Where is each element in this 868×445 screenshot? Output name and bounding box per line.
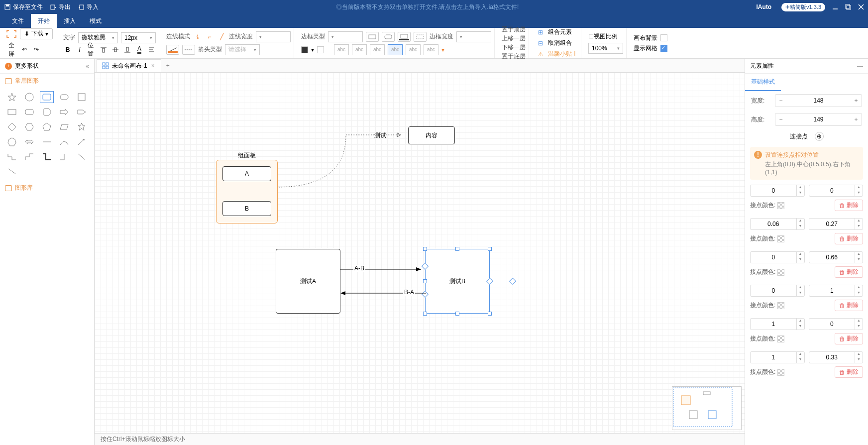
- text-align-button[interactable]: [147, 45, 156, 54]
- add-shapes-icon[interactable]: +: [5, 63, 12, 70]
- shape-arrow-right[interactable]: [57, 106, 71, 118]
- delete-conn-button[interactable]: 🗑删除: [835, 366, 863, 378]
- canvas-bg-swatch[interactable]: [660, 34, 667, 41]
- conn-y-input[interactable]: 0.66▲▼: [809, 251, 864, 263]
- node-a[interactable]: A: [222, 166, 271, 181]
- shape-step3[interactable]: [40, 151, 54, 163]
- border-straight-icon[interactable]: [366, 32, 379, 42]
- add-conn-point[interactable]: ⊕: [815, 132, 824, 141]
- align-top-icon[interactable]: [99, 45, 108, 54]
- delete-conn-button[interactable]: 🗑删除: [835, 233, 863, 244]
- stroke-color-swatch[interactable]: [317, 46, 324, 53]
- line-curve-icon[interactable]: ⤹: [193, 32, 202, 41]
- show-grid-checkbox[interactable]: [660, 45, 667, 52]
- shape-rect-round[interactable]: [40, 91, 54, 103]
- shape-arrow-right2[interactable]: [75, 106, 89, 118]
- fill-color-swatch[interactable]: [301, 46, 308, 53]
- shape-octagon[interactable]: [40, 106, 54, 118]
- italic-button[interactable]: I: [75, 45, 84, 54]
- minimap[interactable]: [672, 386, 742, 430]
- menu-insert[interactable]: 插入: [57, 14, 83, 28]
- shape-square[interactable]: [75, 91, 89, 103]
- shape-diamond[interactable]: [5, 121, 19, 133]
- line-straight-icon[interactable]: ╱: [217, 32, 226, 41]
- conn-y-input[interactable]: 1▲▼: [809, 285, 864, 297]
- conn-x-input[interactable]: 0.06▲▼: [750, 218, 805, 230]
- fullscreen-button[interactable]: [6, 29, 17, 38]
- conn-color-swatch[interactable]: [777, 202, 784, 209]
- canvas-tab[interactable]: 未命名画布-1 ×: [97, 59, 161, 72]
- layer-up[interactable]: 上移一层: [502, 34, 526, 43]
- text-pos-5[interactable]: abc: [406, 44, 421, 55]
- import-button[interactable]: 导入: [78, 3, 99, 11]
- shape-double-arrow[interactable]: [22, 136, 36, 148]
- line-color-button[interactable]: [166, 45, 179, 55]
- border-dash-icon[interactable]: [414, 32, 427, 42]
- group-icon[interactable]: ⊞: [536, 28, 545, 37]
- border-round-icon[interactable]: [382, 32, 395, 42]
- node-content[interactable]: 内容: [408, 126, 455, 144]
- layer-top[interactable]: 置于顶层: [502, 25, 526, 34]
- shape-line-diag[interactable]: [75, 151, 89, 163]
- fontsize-select[interactable]: 12px▾: [121, 32, 156, 43]
- save-to-file-button[interactable]: 保存至文件: [4, 3, 43, 11]
- menu-mode[interactable]: 模式: [83, 14, 108, 28]
- delete-conn-button[interactable]: 🗑删除: [835, 200, 863, 211]
- shape-step4[interactable]: [57, 151, 71, 163]
- line-poly-icon[interactable]: ⌐: [205, 32, 214, 41]
- conn-x-input[interactable]: 0▲▼: [750, 285, 805, 297]
- view-scale-label[interactable]: ☐视图比例: [588, 32, 618, 41]
- shape-hexagon[interactable]: [22, 121, 36, 133]
- tips-button[interactable]: 温馨小贴士: [548, 50, 578, 58]
- conn-x-input[interactable]: 1▲▼: [750, 318, 805, 330]
- ungroup-button[interactable]: 取消组合: [548, 39, 572, 47]
- shape-parallelogram[interactable]: [57, 121, 71, 133]
- line-width-select[interactable]: ▾: [256, 31, 291, 42]
- border-color-icon[interactable]: [398, 32, 411, 42]
- shape-step2[interactable]: [22, 151, 36, 163]
- undo-button[interactable]: ↶: [20, 45, 29, 54]
- scale-select[interactable]: 100%▾: [588, 43, 623, 54]
- shape-line-h[interactable]: [40, 136, 54, 148]
- collapse-sidebar[interactable]: «: [86, 63, 89, 70]
- ungroup-icon[interactable]: ⊟: [536, 39, 545, 48]
- height-input[interactable]: −149+: [775, 113, 862, 126]
- common-shapes-section[interactable]: 常用图形: [0, 74, 94, 88]
- conn-y-input[interactable]: 0.27▲▼: [809, 218, 864, 230]
- shape-heptagon[interactable]: [5, 136, 19, 148]
- shape-step1[interactable]: [5, 151, 19, 163]
- close-icon[interactable]: [858, 4, 864, 10]
- node-test-a[interactable]: 测试A: [276, 249, 340, 314]
- text-pos-3[interactable]: abc: [370, 44, 385, 55]
- align-bot-icon[interactable]: [123, 45, 132, 54]
- shape-line-arrow[interactable]: [75, 136, 89, 148]
- font-color-button[interactable]: A: [135, 45, 144, 54]
- conn-color-swatch[interactable]: [777, 369, 784, 376]
- position-button[interactable]: 位置: [87, 45, 96, 54]
- shape-rect2[interactable]: [5, 106, 19, 118]
- group-button[interactable]: 组合元素: [548, 28, 572, 36]
- text-pos-6[interactable]: abc: [424, 44, 438, 55]
- conn-x-input[interactable]: 0▲▼: [750, 251, 805, 263]
- shape-line-diag2[interactable]: [5, 166, 19, 178]
- conn-x-input[interactable]: 1▲▼: [750, 351, 805, 363]
- fill-caret[interactable]: ▾: [311, 46, 314, 53]
- delete-conn-button[interactable]: 🗑删除: [835, 266, 863, 278]
- text-pos-4[interactable]: abc: [388, 44, 403, 55]
- text-pos-more[interactable]: ▾: [441, 46, 444, 53]
- conn-color-swatch[interactable]: [777, 302, 784, 309]
- props-close[interactable]: —: [857, 63, 863, 70]
- border-type-select[interactable]: ▾: [328, 31, 363, 42]
- more-shapes-label[interactable]: 更多形状: [15, 62, 39, 70]
- shape-star6[interactable]: [75, 121, 89, 133]
- conn-y-input[interactable]: 0▲▼: [809, 318, 864, 330]
- shape-pentagon[interactable]: [40, 121, 54, 133]
- minimize-icon[interactable]: [832, 4, 838, 10]
- group-panel[interactable]: A B: [216, 160, 278, 223]
- add-tab-button[interactable]: +: [161, 60, 175, 71]
- border-width-select[interactable]: ▾: [456, 31, 491, 42]
- shape-rounded[interactable]: [22, 106, 36, 118]
- line-dash-button[interactable]: [182, 45, 195, 55]
- conn-color-swatch[interactable]: [777, 235, 784, 242]
- redo-button[interactable]: ↷: [32, 45, 41, 54]
